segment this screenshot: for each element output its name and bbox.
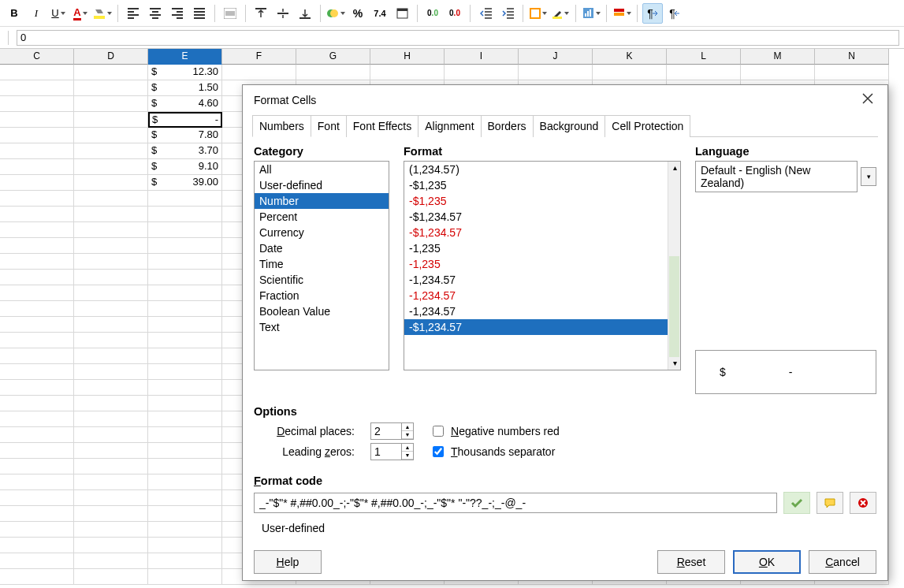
cell[interactable] <box>74 427 148 443</box>
column-header-I[interactable]: I <box>445 49 519 65</box>
highlight-color-button[interactable] <box>92 3 113 24</box>
cell[interactable] <box>0 364 74 380</box>
column-header-J[interactable]: J <box>519 49 593 65</box>
column-header-F[interactable]: F <box>222 49 296 65</box>
cell[interactable] <box>148 522 222 538</box>
format-code-apply-button[interactable] <box>783 492 810 514</box>
align-bottom-button[interactable] <box>295 3 315 24</box>
cell[interactable] <box>0 490 74 506</box>
bold-button[interactable]: B <box>4 3 24 24</box>
cell[interactable] <box>148 506 222 522</box>
cell[interactable] <box>0 380 74 396</box>
format-item[interactable]: -$1,235 <box>404 193 680 209</box>
tab-background[interactable]: Background <box>533 115 606 137</box>
format-item[interactable]: -1,235 <box>404 256 680 272</box>
cell[interactable] <box>74 474 148 490</box>
cell[interactable] <box>74 333 148 348</box>
format-item[interactable]: -1,234.57 <box>404 272 680 288</box>
cell[interactable] <box>74 191 148 207</box>
cell[interactable] <box>74 96 148 112</box>
cell[interactable] <box>0 207 74 222</box>
category-item[interactable]: Boolean Value <box>255 303 389 319</box>
cell[interactable] <box>74 396 148 411</box>
cell[interactable] <box>148 348 222 364</box>
ltr-button[interactable]: ¶ <box>642 3 663 24</box>
column-header-H[interactable]: H <box>370 49 445 65</box>
cell[interactable] <box>0 317 74 333</box>
cell[interactable] <box>74 254 148 270</box>
align-vcenter-button[interactable] <box>273 3 293 24</box>
language-select[interactable]: Default - English (New Zealand) ▾ <box>695 161 876 192</box>
cell[interactable] <box>370 65 445 80</box>
cell[interactable] <box>74 459 148 474</box>
cell[interactable] <box>0 270 74 285</box>
cell[interactable] <box>148 427 222 443</box>
remove-decimal-button[interactable]: 0.0 <box>445 3 465 24</box>
cell[interactable] <box>148 285 222 301</box>
cell[interactable] <box>0 396 74 411</box>
cell[interactable] <box>148 301 222 317</box>
cell[interactable] <box>0 159 74 175</box>
format-code-input[interactable] <box>254 493 777 513</box>
cell[interactable] <box>0 285 74 301</box>
thousands-checkbox[interactable]: Thousands separator <box>430 444 555 460</box>
cell[interactable] <box>0 301 74 317</box>
cell[interactable] <box>148 459 222 474</box>
help-button[interactable]: Help <box>254 550 322 574</box>
cell[interactable] <box>74 522 148 538</box>
category-item[interactable]: Time <box>255 256 389 272</box>
align-justify-button[interactable] <box>189 3 210 24</box>
decrease-indent-button[interactable] <box>475 3 496 24</box>
cell[interactable] <box>0 443 74 459</box>
scroll-up-icon[interactable]: ▴ <box>668 162 681 174</box>
cell[interactable] <box>222 65 296 80</box>
cell[interactable] <box>667 65 741 80</box>
cell[interactable] <box>74 380 148 396</box>
column-header-G[interactable]: G <box>296 49 370 65</box>
cell[interactable]: $39.00 <box>148 175 222 191</box>
column-header-M[interactable]: M <box>741 49 815 65</box>
leading-zeros-input[interactable] <box>370 443 402 460</box>
cell[interactable]: $1.50 <box>148 80 222 96</box>
cell[interactable] <box>148 222 222 238</box>
category-item[interactable]: Date <box>255 240 389 256</box>
cell[interactable] <box>741 65 815 80</box>
format-item[interactable]: -$1,234.57 <box>404 319 680 335</box>
format-code-comment-button[interactable] <box>817 492 843 514</box>
autofilter-button[interactable] <box>612 3 632 24</box>
cell[interactable] <box>74 364 148 380</box>
tab-alignment[interactable]: Alignment <box>418 115 481 137</box>
spin-down[interactable]: ▼ <box>402 431 413 439</box>
cell[interactable] <box>74 222 148 238</box>
leading-zeros-spinner[interactable]: ▲▼ <box>370 443 414 460</box>
cell[interactable] <box>0 553 74 569</box>
cell[interactable] <box>148 191 222 207</box>
cell[interactable] <box>148 443 222 459</box>
cancel-button[interactable]: Cancel <box>809 550 876 574</box>
date-format-button[interactable] <box>392 3 412 24</box>
cell[interactable] <box>148 538 222 553</box>
cell[interactable] <box>0 96 74 112</box>
spin-down[interactable]: ▼ <box>402 452 413 460</box>
cell[interactable]: $12.30 <box>148 65 222 80</box>
category-item[interactable]: All <box>255 162 389 177</box>
cell[interactable] <box>74 506 148 522</box>
negative-red-checkbox[interactable]: Negative numbers red <box>430 423 560 439</box>
language-dropdown-button[interactable]: ▾ <box>861 167 876 186</box>
number-format-button[interactable]: 7.4 <box>370 3 390 24</box>
cell[interactable] <box>0 128 74 143</box>
column-header-L[interactable]: L <box>667 49 741 65</box>
border-color-button[interactable] <box>550 3 571 24</box>
insert-chart-button[interactable] <box>581 3 601 24</box>
cell[interactable] <box>0 112 74 128</box>
currency-button[interactable] <box>326 3 346 24</box>
italic-button[interactable]: I <box>26 3 47 24</box>
cell[interactable] <box>74 270 148 285</box>
cell[interactable] <box>148 238 222 254</box>
spin-up[interactable]: ▲ <box>402 423 413 431</box>
column-header-D[interactable]: D <box>74 49 148 65</box>
cell[interactable] <box>74 112 148 128</box>
align-top-button[interactable] <box>251 3 271 24</box>
cell[interactable] <box>74 207 148 222</box>
cell[interactable] <box>148 553 222 569</box>
